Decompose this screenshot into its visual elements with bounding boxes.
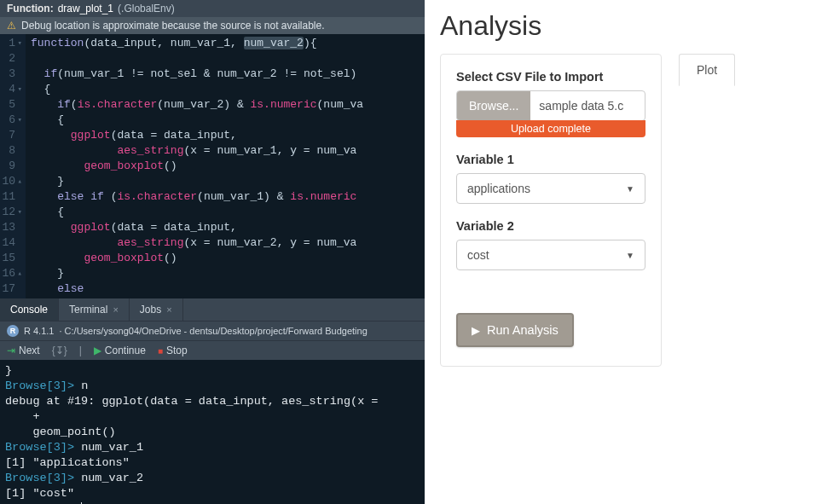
gutter-line: 2 <box>2 51 22 67</box>
function-bar: Function: draw_plot_1 (.GlobalEnv) <box>0 0 425 17</box>
code-line[interactable]: function(data_input, num_var_1, num_var_… <box>31 36 363 51</box>
working-dir: · C:/Users/ysong04/OneDrive - dentsu/Des… <box>59 326 367 336</box>
gutter-line: 4▾ <box>2 82 22 97</box>
debug-continue-button[interactable]: ▶ Continue <box>94 345 146 356</box>
console-line: } <box>5 363 420 379</box>
r-logo-icon: R <box>7 325 19 337</box>
console-line: Browse[3]> num_var_2 <box>5 471 420 486</box>
console-path-bar: R R 4.1.1 · C:/Users/ysong04/OneDrive - … <box>0 321 425 340</box>
console-line: [1] "applications" <box>5 455 420 471</box>
editor-gutter: 1▾234▾56▾78910▴1112▾13141516▴17 <box>0 34 26 298</box>
tab-label: Terminal <box>69 304 107 316</box>
console-line: Browse[3]> num_var_1 <box>5 440 420 455</box>
code-line[interactable]: { <box>31 205 363 220</box>
gutter-line: 5 <box>2 97 22 113</box>
play-icon: ▶ <box>472 324 480 337</box>
code-line[interactable]: { <box>31 113 363 128</box>
gutter-line: 17 <box>2 281 22 297</box>
code-line[interactable]: } <box>31 174 363 189</box>
var2-select[interactable]: cost ▼ <box>456 240 645 270</box>
file-input: Browse... sample data 5.c <box>456 90 645 121</box>
code-line[interactable]: aes_string(x = num_var_1, y = num_va <box>31 143 363 159</box>
plot-tab[interactable]: Plot <box>679 54 735 86</box>
caret-down-icon: ▼ <box>626 184 634 194</box>
var2-label: Variable 2 <box>456 219 645 233</box>
file-input-label: Select CSV File to Import <box>456 70 645 84</box>
code-line[interactable]: aes_string(x = num_var_2, y = num_va <box>31 235 363 251</box>
gutter-line: 15 <box>2 251 22 266</box>
stop-icon: ■ <box>158 346 163 356</box>
function-name: draw_plot_1 <box>58 3 113 14</box>
debug-step-into-button[interactable]: {↧} <box>52 345 67 356</box>
browse-button[interactable]: Browse... <box>457 91 530 120</box>
var1-select[interactable]: applications ▼ <box>456 173 645 204</box>
bottom-tabs: ConsoleTerminal×Jobs× <box>0 298 425 321</box>
code-line[interactable]: geom_boxplot() <box>31 251 363 266</box>
debug-continue-label: Continue <box>105 345 146 356</box>
debug-next-button[interactable]: ⇥ Next <box>7 345 40 356</box>
code-line[interactable]: if(num_var_1 != not_sel & num_var_2 != n… <box>31 67 363 82</box>
editor-code[interactable]: function(data_input, num_var_1, num_var_… <box>26 34 363 298</box>
tab-label: Jobs <box>140 304 161 316</box>
var2-value: cost <box>467 248 489 262</box>
debug-stop-label: Stop <box>166 345 188 356</box>
upload-progress: Upload complete <box>456 120 645 137</box>
step-next-icon: ⇥ <box>7 345 15 356</box>
ide-pane: Function: draw_plot_1 (.GlobalEnv) ⚠ Deb… <box>0 0 425 504</box>
code-line[interactable]: geom_boxplot() <box>31 159 363 174</box>
run-analysis-label: Run Analysis <box>487 323 559 337</box>
tab-jobs[interactable]: Jobs× <box>130 298 183 321</box>
code-line[interactable]: ggplot(data = data_input, <box>31 220 363 235</box>
debug-stop-button[interactable]: ■ Stop <box>158 345 188 356</box>
close-icon[interactable]: × <box>166 304 171 315</box>
gutter-line: 12▾ <box>2 205 22 220</box>
var1-label: Variable 1 <box>456 153 645 166</box>
step-into-icon: {↧} <box>52 345 67 356</box>
gutter-line: 11 <box>2 189 22 205</box>
debug-next-label: Next <box>19 345 40 356</box>
gutter-line: 8 <box>2 143 22 159</box>
function-bar-label: Function: <box>7 3 54 14</box>
r-console[interactable]: }Browse[3]> ndebug at #19: ggplot(data =… <box>0 360 425 504</box>
gutter-line: 7 <box>2 128 22 143</box>
r-version: R 4.1.1 <box>24 326 54 336</box>
gutter-line: 6▾ <box>2 113 22 128</box>
var1-value: applications <box>467 182 530 195</box>
tab-terminal[interactable]: Terminal× <box>59 298 130 321</box>
debug-warning-text: Debug location is approximate because th… <box>21 20 325 32</box>
shiny-app-pane: Analysis Select CSV File to Import Brows… <box>425 0 822 504</box>
code-line[interactable]: else <box>31 281 363 297</box>
code-line[interactable] <box>31 51 363 67</box>
console-line: Browse[3]> n <box>5 379 420 394</box>
tab-console[interactable]: Console <box>0 298 59 321</box>
code-editor[interactable]: 1▾234▾56▾78910▴1112▾13141516▴17 function… <box>0 34 425 298</box>
run-analysis-button[interactable]: ▶ Run Analysis <box>456 313 574 347</box>
gutter-line: 13 <box>2 220 22 235</box>
continue-icon: ▶ <box>94 345 101 356</box>
console-line: [1] "cost" <box>5 486 420 501</box>
code-line[interactable]: ggplot(data = data_input, <box>31 128 363 143</box>
sidebar-panel: Select CSV File to Import Browse... samp… <box>440 54 662 367</box>
debug-warning-bar: ⚠ Debug location is approximate because … <box>0 17 425 34</box>
app-title: Analysis <box>440 10 805 42</box>
gutter-line: 10▴ <box>2 174 22 189</box>
debug-toolbar: ⇥ Next {↧} | ▶ Continue ■ Stop <box>0 340 425 360</box>
gutter-line: 14 <box>2 235 22 251</box>
code-line[interactable]: if(is.character(num_var_2) & is.numeric(… <box>31 97 363 113</box>
console-line: debug at #19: ggplot(data = data_input, … <box>5 394 420 409</box>
console-line: geom_point() <box>5 425 420 440</box>
code-line[interactable]: { <box>31 82 363 97</box>
caret-down-icon: ▼ <box>626 251 634 260</box>
gutter-line: 1▾ <box>2 36 22 51</box>
debug-step-out-button[interactable]: | <box>79 345 82 356</box>
close-icon[interactable]: × <box>113 304 118 315</box>
code-line[interactable]: } <box>31 266 363 281</box>
file-name-display: sample data 5.c <box>530 91 645 120</box>
function-env: (.GlobalEnv) <box>118 3 175 14</box>
gutter-line: 3 <box>2 67 22 82</box>
code-line[interactable]: else if (is.character(num_var_1) & is.nu… <box>31 189 363 205</box>
gutter-line: 16▴ <box>2 266 22 281</box>
tab-label: Console <box>10 304 48 316</box>
gutter-line: 9 <box>2 159 22 174</box>
warning-icon: ⚠ <box>7 20 16 32</box>
